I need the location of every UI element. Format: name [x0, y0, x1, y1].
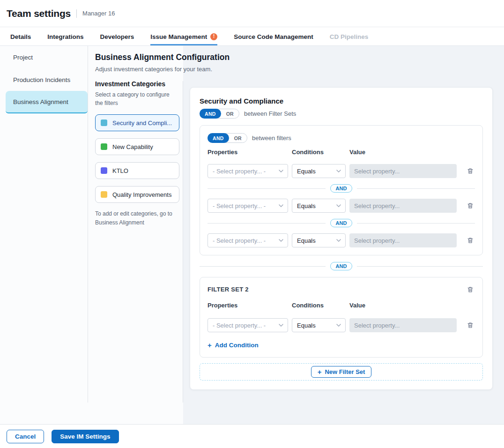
page-header: Team settings Manager 16	[0, 0, 504, 27]
toggle-and[interactable]: AND	[208, 133, 229, 143]
delete-filter-button[interactable]	[466, 236, 475, 245]
new-filter-set-dropzone: + New Filter Set	[200, 363, 483, 381]
column-headers: Properties Conditions Value	[208, 302, 475, 309]
and-or-toggle-filters[interactable]: AND OR	[208, 133, 247, 143]
condition-select[interactable]: Equals	[292, 318, 346, 332]
chevron-down-icon	[336, 324, 341, 327]
value-header: Value	[349, 149, 457, 156]
delete-filter-button[interactable]	[466, 166, 475, 176]
filter-row: - Select property... - Equals	[208, 233, 475, 247]
and-or-toggle-sets[interactable]: AND OR	[200, 109, 239, 119]
filter-row: - Select property... - Equals	[208, 164, 475, 178]
settings-sidebar: Project Production Incidents Business Al…	[0, 46, 88, 113]
property-select[interactable]: - Select property... -	[208, 318, 288, 332]
toggle-or[interactable]: OR	[221, 109, 239, 119]
between-sets-toggle-row: AND OR between Filter Sets	[200, 109, 483, 119]
new-filter-set-button[interactable]: + New Filter Set	[311, 366, 372, 378]
sidebar-divider	[88, 46, 88, 403]
categories-title: Investment Categories	[95, 80, 179, 88]
delete-filter-button[interactable]	[466, 321, 475, 330]
tab-source-code-management[interactable]: Source Code Management	[234, 28, 313, 45]
filter-set-2: FILTER SET 2 Properties Conditions Value…	[200, 277, 483, 358]
and-connector-pill: AND	[330, 262, 353, 270]
content-area: Project Production Incidents Business Al…	[0, 46, 504, 424]
section-heading: Business Alignment Configuration Adjust …	[95, 52, 230, 73]
section-title: Business Alignment Configuration	[95, 52, 230, 62]
and-connector-pill: AND	[330, 184, 353, 193]
and-connector-pill: AND	[330, 219, 353, 227]
conditions-header: Conditions	[292, 149, 346, 156]
sidebar-item-project[interactable]: Project	[0, 46, 88, 68]
page-subtitle: Manager 16	[82, 10, 115, 17]
condition-select[interactable]: Equals	[292, 199, 346, 213]
save-im-settings-button[interactable]: Save IM Settings	[52, 430, 119, 443]
between-sets-label: between Filter Sets	[244, 110, 296, 117]
value-header: Value	[349, 302, 457, 309]
property-select[interactable]: - Select property... -	[208, 199, 288, 213]
categories-footnote: To add or edit categories, go to Busines…	[95, 209, 178, 227]
categories-divider	[183, 81, 183, 403]
filter-config-panel: Security and Compliance AND OR between F…	[190, 87, 493, 390]
toggle-or[interactable]: OR	[229, 133, 247, 143]
value-input[interactable]	[349, 164, 457, 178]
investment-categories-column: Investment Categories Select a category …	[95, 80, 179, 227]
chevron-down-icon	[336, 204, 341, 207]
trash-icon	[467, 237, 474, 244]
page-title: Team settings	[7, 8, 71, 19]
and-connector: AND	[208, 219, 475, 227]
section-subtitle: Adjust investment categories for your te…	[95, 66, 230, 73]
value-input[interactable]	[349, 233, 457, 247]
add-condition-button[interactable]: + Add Condition	[208, 342, 259, 349]
warning-icon: !	[210, 33, 217, 40]
filter-set-2-title: FILTER SET 2	[208, 285, 249, 293]
trash-icon	[467, 167, 474, 175]
tab-bar: Details Integrations Developers Issue Ma…	[0, 28, 504, 46]
between-sets-connector: AND	[200, 262, 483, 270]
property-select[interactable]: - Select property... -	[208, 164, 288, 178]
chevron-down-icon	[279, 324, 283, 327]
action-footer: Cancel Save IM Settings	[0, 424, 504, 448]
chevron-down-icon	[279, 170, 283, 172]
sidebar-item-business-alignment[interactable]: Business Alignment	[6, 91, 88, 113]
properties-header: Properties	[208, 302, 288, 309]
tab-details[interactable]: Details	[10, 28, 31, 45]
plus-icon: +	[208, 342, 212, 349]
condition-select[interactable]: Equals	[292, 164, 346, 178]
toggle-and[interactable]: AND	[200, 109, 221, 119]
category-button-ktlo[interactable]: KTLO	[95, 162, 179, 179]
title-divider	[76, 9, 77, 18]
panel-title: Security and Compliance	[200, 97, 483, 105]
conditions-header: Conditions	[292, 302, 346, 309]
team-settings-page: Team settings Manager 16 Details Integra…	[0, 0, 504, 448]
condition-select[interactable]: Equals	[292, 233, 346, 247]
trash-icon	[467, 286, 474, 293]
category-button-security-and-compliance[interactable]: Security and Compli...	[95, 114, 179, 131]
filter-row: - Select property... - Equals	[208, 199, 475, 213]
category-swatch	[101, 167, 107, 174]
value-input[interactable]	[349, 199, 457, 213]
category-button-quality-improvements[interactable]: Quality Improvements	[95, 186, 179, 203]
filter-set-1: AND OR between filters Properties Condit…	[200, 125, 483, 255]
categories-hint: Select a category to configure the filte…	[95, 90, 175, 107]
and-connector: AND	[208, 184, 475, 193]
column-headers: Properties Conditions Value	[208, 149, 475, 156]
delete-filter-set-button[interactable]	[466, 285, 475, 294]
chevron-down-icon	[336, 239, 341, 242]
tab-developers[interactable]: Developers	[100, 28, 134, 45]
tab-issue-management[interactable]: Issue Management !	[150, 28, 217, 45]
tab-cd-pipelines: CD Pipelines	[330, 28, 369, 45]
properties-header: Properties	[208, 149, 288, 156]
tab-integrations[interactable]: Integrations	[47, 28, 83, 45]
sidebar-item-production-incidents[interactable]: Production Incidents	[0, 68, 88, 91]
trash-icon	[467, 202, 474, 209]
value-input[interactable]	[349, 318, 457, 332]
category-swatch	[101, 119, 107, 126]
category-button-new-capability[interactable]: New Capability	[95, 138, 179, 155]
cancel-button[interactable]: Cancel	[7, 430, 44, 443]
trash-icon	[467, 321, 474, 329]
category-swatch	[101, 143, 107, 150]
chevron-down-icon	[336, 170, 341, 172]
between-filters-toggle-row: AND OR between filters	[208, 133, 475, 143]
delete-filter-button[interactable]	[466, 201, 475, 210]
property-select[interactable]: - Select property... -	[208, 233, 288, 247]
